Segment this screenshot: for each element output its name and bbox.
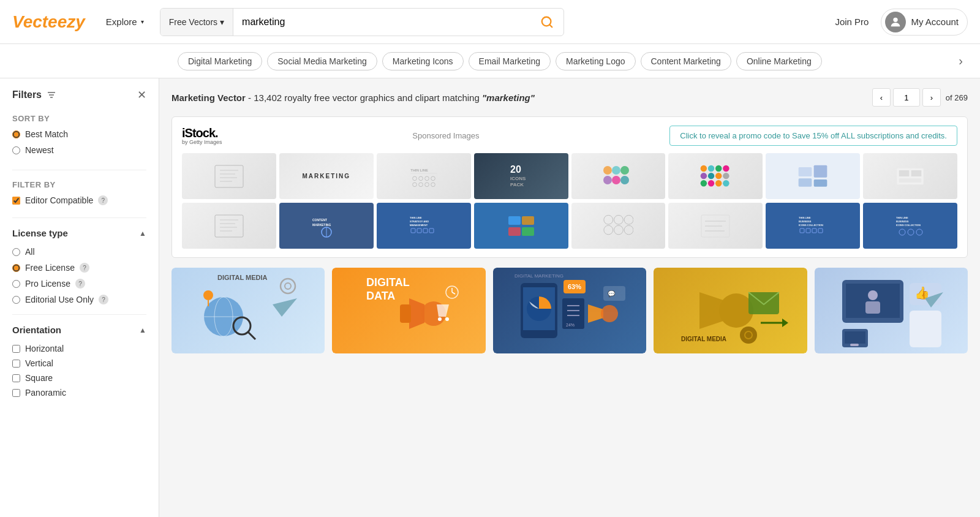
orientation-chevron-icon: ▲ bbox=[139, 326, 146, 334]
sponsored-item[interactable]: 20ICONSPACK bbox=[474, 153, 568, 199]
svg-rect-145 bbox=[845, 331, 865, 344]
pagination-prev-button[interactable]: ‹ bbox=[872, 88, 891, 107]
editor-compatible-help-icon[interactable]: ? bbox=[98, 195, 108, 205]
orientation-horizontal-checkbox[interactable] bbox=[12, 345, 20, 353]
sponsored-item-2[interactable]: THIN LINEBUSINESSICONS COLLECTION bbox=[863, 203, 957, 249]
license-editorial[interactable]: Editorial Use Only ? bbox=[12, 295, 146, 304]
explore-button[interactable]: Explore ▾ bbox=[100, 13, 150, 31]
sponsored-item-2[interactable] bbox=[474, 203, 568, 249]
tag-online-marketing[interactable]: Online Marketing bbox=[736, 52, 822, 70]
sponsored-item[interactable] bbox=[863, 153, 957, 199]
sponsored-item[interactable] bbox=[668, 153, 763, 199]
grid-item[interactable]: DIGITAL MEDIA bbox=[172, 268, 325, 353]
svg-point-99 bbox=[281, 279, 295, 293]
tag-digital-marketing[interactable]: Digital Marketing bbox=[178, 52, 262, 70]
join-pro-link[interactable]: Join Pro bbox=[835, 17, 869, 27]
sponsored-item-2[interactable]: CONTENTMARKETING bbox=[279, 203, 374, 249]
sponsored-item-2[interactable]: THIN LINEBUSINESSICONS COLLECTION bbox=[766, 203, 860, 249]
grid-item[interactable]: DIGITAL MARKETING 63% bbox=[493, 268, 646, 353]
logo[interactable]: Vecteezy bbox=[12, 12, 85, 32]
results-description: royalty free vector graphics and clipart… bbox=[284, 92, 482, 103]
sponsored-item[interactable] bbox=[766, 153, 860, 199]
orientation-square[interactable]: Square bbox=[12, 373, 146, 383]
tag-social-media-marketing[interactable]: Social Media Marketing bbox=[267, 52, 377, 70]
grid-item[interactable]: DIGITAL MEDIA bbox=[654, 268, 807, 353]
svg-point-100 bbox=[285, 283, 291, 289]
sponsored-item-2[interactable] bbox=[182, 203, 276, 249]
search-type-button[interactable]: Free Vectors ▾ bbox=[160, 9, 233, 36]
editor-compatible-filter[interactable]: Editor Compatible ? bbox=[12, 195, 146, 205]
license-type-header[interactable]: License type ▲ bbox=[12, 228, 146, 238]
tags-next-arrow[interactable]: › bbox=[954, 51, 968, 70]
orientation-vertical[interactable]: Vertical bbox=[12, 358, 146, 368]
pagination-page-input[interactable] bbox=[893, 88, 920, 107]
license-all[interactable]: All bbox=[12, 247, 146, 257]
my-account-button[interactable]: My Account bbox=[881, 9, 968, 36]
sort-section: Sort by Best Match Newest bbox=[12, 114, 146, 155]
main-layout: Filters ✕ Sort by Best Match Newest bbox=[0, 78, 980, 517]
license-editorial-radio[interactable] bbox=[12, 296, 20, 304]
svg-point-30 bbox=[701, 165, 707, 171]
license-free[interactable]: Free License ? bbox=[12, 263, 146, 273]
search-button[interactable] bbox=[530, 9, 564, 36]
sponsored-item[interactable] bbox=[571, 153, 666, 199]
license-pro[interactable]: Pro License ? bbox=[12, 279, 146, 289]
svg-point-24 bbox=[603, 166, 612, 175]
sponsored-item-2[interactable] bbox=[571, 203, 666, 249]
orientation-horizontal[interactable]: Horizontal bbox=[12, 344, 146, 353]
sponsored-item[interactable]: THIN LINE bbox=[377, 153, 471, 199]
sponsored-header: iStock. by Getty Images Sponsored Images… bbox=[182, 126, 957, 146]
sort-best-match-radio[interactable] bbox=[12, 130, 20, 138]
sponsored-image-2: THIN LINESTRATEGY ANDMANAGEMENT bbox=[377, 203, 471, 249]
svg-point-90 bbox=[899, 229, 905, 235]
svg-point-35 bbox=[708, 172, 714, 178]
sort-newest-radio[interactable] bbox=[12, 146, 20, 154]
svg-line-113 bbox=[452, 292, 455, 294]
free-license-help-icon[interactable]: ? bbox=[80, 263, 89, 273]
svg-point-135 bbox=[740, 326, 757, 344]
svg-point-27 bbox=[603, 176, 612, 184]
tag-content-marketing[interactable]: Content Marketing bbox=[641, 52, 731, 70]
svg-point-92 bbox=[916, 229, 922, 235]
search-input[interactable] bbox=[233, 9, 530, 36]
pagination-next-button[interactable]: › bbox=[922, 88, 941, 107]
grid-item[interactable]: DIGITAL DATA bbox=[332, 268, 485, 353]
sort-best-match[interactable]: Best Match bbox=[12, 129, 146, 139]
svg-text:THIN LINE: THIN LINE bbox=[896, 216, 908, 219]
license-all-radio[interactable] bbox=[12, 248, 20, 256]
orientation-header[interactable]: Orientation ▲ bbox=[12, 325, 146, 335]
sponsored-image-2: THIN LINEBUSINESSICONS COLLECTION bbox=[863, 203, 957, 249]
license-free-radio[interactable] bbox=[12, 264, 20, 272]
sponsored-item-2[interactable]: THIN LINESTRATEGY ANDMANAGEMENT bbox=[377, 203, 471, 249]
editorial-help-icon[interactable]: ? bbox=[99, 295, 108, 304]
svg-point-70 bbox=[604, 215, 613, 224]
sponsored-item-2[interactable] bbox=[668, 203, 763, 249]
grid-item[interactable]: 👍 bbox=[815, 268, 968, 353]
pro-license-help-icon[interactable]: ? bbox=[75, 279, 85, 289]
orientation-section: Orientation ▲ Horizontal Vertical Square bbox=[12, 325, 146, 398]
svg-rect-43 bbox=[814, 165, 827, 177]
orientation-panoramic[interactable]: Panoramic bbox=[12, 388, 146, 398]
grid-item-image: 👍 bbox=[830, 268, 952, 353]
orientation-square-checkbox[interactable] bbox=[12, 374, 20, 382]
svg-point-110 bbox=[445, 317, 449, 321]
license-pro-radio[interactable] bbox=[12, 280, 20, 288]
sponsored-image bbox=[766, 153, 860, 199]
sort-by-label: Sort by bbox=[12, 114, 146, 123]
sponsored-item[interactable] bbox=[182, 153, 276, 199]
sort-newest[interactable]: Newest bbox=[12, 145, 146, 155]
tag-marketing-icons[interactable]: Marketing Icons bbox=[382, 52, 464, 70]
close-filters-button[interactable]: ✕ bbox=[137, 88, 146, 102]
tag-marketing-logo[interactable]: Marketing Logo bbox=[556, 52, 636, 70]
svg-point-25 bbox=[612, 166, 620, 175]
svg-rect-47 bbox=[899, 170, 910, 176]
orientation-panoramic-checkbox[interactable] bbox=[12, 389, 20, 397]
tag-email-marketing[interactable]: Email Marketing bbox=[469, 52, 551, 70]
header-right: Join Pro My Account bbox=[835, 9, 968, 36]
editor-compatible-checkbox[interactable] bbox=[12, 197, 20, 205]
svg-text:THIN LINE: THIN LINE bbox=[410, 216, 422, 219]
sponsored-item[interactable]: MARKETING bbox=[279, 153, 374, 199]
promo-button[interactable]: Click to reveal a promo code to Save 15%… bbox=[669, 126, 957, 146]
orientation-vertical-label: Vertical bbox=[25, 358, 53, 368]
orientation-vertical-checkbox[interactable] bbox=[12, 360, 20, 368]
